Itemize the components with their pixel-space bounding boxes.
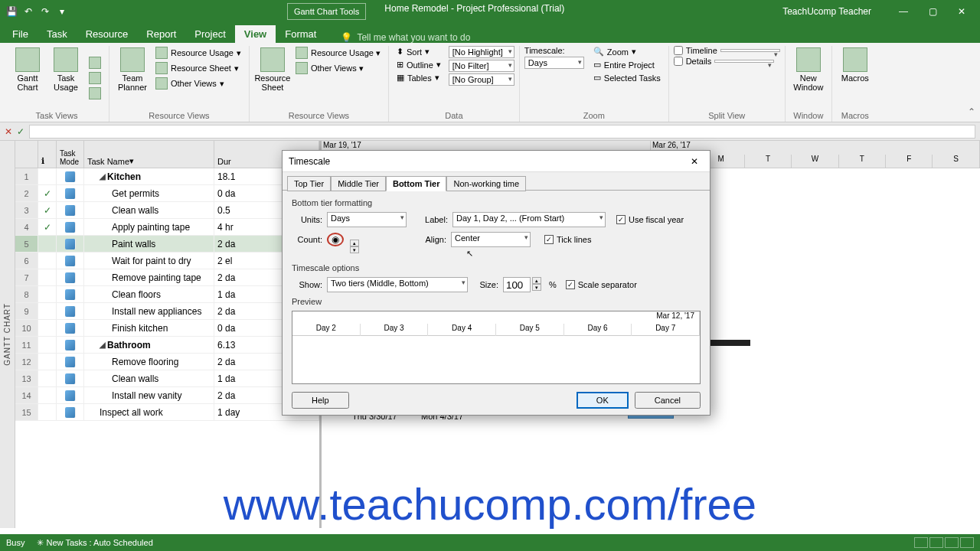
other-views-button[interactable]: Other Views ▾ <box>152 77 244 90</box>
status-bar: Busy ✳ New Tasks : Auto Scheduled <box>0 534 980 551</box>
qat-dropdown-icon[interactable]: ▾ <box>55 5 69 18</box>
scalesep-checkbox[interactable]: ✓ <box>566 280 575 289</box>
table-row[interactable]: 2✓Get permits0 da <box>15 185 319 202</box>
team-planner-button[interactable]: Team Planner <box>114 46 151 109</box>
tables-button[interactable]: ▦ Tables ▾ <box>394 72 444 83</box>
align-dropdown[interactable]: Center <box>451 232 531 247</box>
dialog-title: Timescale <box>289 156 685 167</box>
other-views-small[interactable]: Other Views ▾ <box>292 61 384 75</box>
undo-icon[interactable]: ↶ <box>21 5 35 18</box>
count-up-icon[interactable]: ▴ <box>350 240 359 246</box>
table-row[interactable]: 14Install new vanity2 da <box>15 387 319 404</box>
units-label: Units: <box>292 215 322 224</box>
cancel-entry-icon[interactable]: ✕ <box>5 126 12 137</box>
timeline-dropdown[interactable] <box>720 49 780 52</box>
view-shortcut-icon[interactable] <box>929 537 943 548</box>
label-dropdown[interactable]: Day 1, Day 2, ... (From Start) <box>452 212 606 227</box>
dialog-close-icon[interactable]: ✕ <box>685 156 704 167</box>
count-label: Count: <box>292 235 322 244</box>
fiscal-checkbox[interactable]: ✓ <box>616 215 626 224</box>
help-button[interactable]: Help <box>292 392 349 409</box>
cancel-button[interactable]: Cancel <box>635 392 701 409</box>
gantt-chart-button[interactable]: Gantt Chart <box>9 46 46 109</box>
restore-button[interactable]: ▢ <box>919 2 946 21</box>
table-row[interactable]: 13Clean walls1 da <box>15 370 319 387</box>
resource-usage-small[interactable]: Resource Usage ▾ <box>292 46 384 60</box>
new-window-button[interactable]: New Window <box>790 46 827 109</box>
titlebar: 💾 ↶ ↷ ▾ Gantt Chart Tools Home Remodel -… <box>0 0 980 23</box>
minimize-button[interactable]: — <box>890 2 917 21</box>
table-row[interactable]: 11◢Bathroom6.13 <box>15 337 319 354</box>
tab-file[interactable]: File <box>3 25 38 43</box>
view-shortcut-icon[interactable] <box>960 537 974 548</box>
resource-sheet-button[interactable]: Resource Sheet ▾ <box>152 61 244 75</box>
entry-input[interactable] <box>29 125 975 139</box>
macros-button[interactable]: Macros <box>837 46 874 109</box>
zoom-button[interactable]: 🔍 Zoom ▾ <box>590 46 664 57</box>
calendar-icon[interactable] <box>86 71 104 85</box>
resource-usage-button[interactable]: Resource Usage ▾ <box>152 46 244 60</box>
other-task-views-icon[interactable] <box>86 86 104 100</box>
table-row[interactable]: 9Install new appliances2 da <box>15 303 319 320</box>
view-shortcut-icon[interactable] <box>945 537 959 548</box>
collapse-ribbon-icon[interactable]: ⌃ <box>968 106 975 117</box>
save-icon[interactable]: 💾 <box>5 5 18 18</box>
network-diagram-icon[interactable] <box>86 56 104 70</box>
tab-nonworking[interactable]: Non-working time <box>446 176 526 191</box>
group-dropdown[interactable]: [No Group] <box>449 73 514 86</box>
filter-dropdown[interactable]: [No Filter] <box>449 60 514 72</box>
view-side-tab[interactable]: GANTT CHART <box>0 141 15 528</box>
tab-format[interactable]: Format <box>276 25 325 43</box>
details-dropdown[interactable] <box>714 60 774 63</box>
entire-project-button[interactable]: ▭ Entire Project <box>590 59 664 70</box>
tab-report[interactable]: Report <box>137 25 185 43</box>
close-button[interactable]: ✕ <box>948 2 975 21</box>
table-row[interactable]: 4✓Apply painting tape4 hr <box>15 219 319 236</box>
tab-resource[interactable]: Resource <box>77 25 138 43</box>
task-usage-button[interactable]: Task Usage <box>47 46 84 109</box>
tell-me-search[interactable]: 💡 Tell me what you want to do <box>341 32 470 43</box>
table-row[interactable]: 12Remove flooring2 da <box>15 354 319 370</box>
table-row[interactable]: 8Clean floors1 da <box>15 286 319 303</box>
tab-middle-tier[interactable]: Middle Tier <box>331 176 386 191</box>
highlight-dropdown[interactable]: [No Highlight] <box>449 46 514 58</box>
ok-button[interactable]: OK <box>577 392 629 409</box>
size-up-icon[interactable]: ▴ <box>532 277 541 284</box>
accept-entry-icon[interactable]: ✓ <box>17 126 24 137</box>
group-label: Resource Views <box>254 109 384 122</box>
timescale-dropdown[interactable]: Days <box>524 57 584 69</box>
size-down-icon[interactable]: ▾ <box>532 284 541 291</box>
tab-top-tier[interactable]: Top Tier <box>287 176 331 191</box>
resource-sheet-big-button[interactable]: Resource Sheet <box>254 46 291 109</box>
show-dropdown[interactable]: Two tiers (Middle, Bottom) <box>327 277 468 292</box>
table-row[interactable]: 5Paint walls2 da <box>15 236 319 253</box>
tab-bottom-tier[interactable]: Bottom Tier <box>386 176 447 191</box>
tab-project[interactable]: Project <box>185 25 234 43</box>
mode-column-header[interactable]: Task Mode <box>57 141 84 168</box>
table-row[interactable]: 15Inspect all work1 day <box>15 404 319 421</box>
selected-tasks-button[interactable]: ▭ Selected Tasks <box>590 72 664 83</box>
count-down-icon[interactable]: ▾ <box>350 246 359 253</box>
outline-button[interactable]: ⊞ Outline ▾ <box>394 59 444 70</box>
units-dropdown[interactable]: Days <box>327 212 407 227</box>
timeline-checkbox[interactable] <box>674 46 683 55</box>
redo-icon[interactable]: ↷ <box>38 5 52 18</box>
size-spinner[interactable] <box>503 277 531 292</box>
ribbon-tabs: File Task Resource Report Project View F… <box>0 23 980 43</box>
view-shortcut-icon[interactable] <box>914 537 928 548</box>
size-label: Size: <box>477 280 498 289</box>
info-column-header[interactable]: ℹ <box>38 141 57 168</box>
sort-button[interactable]: ⬍ Sort ▾ <box>394 46 444 57</box>
tab-task[interactable]: Task <box>38 25 77 43</box>
group-label: Zoom <box>524 109 664 122</box>
tick-checkbox[interactable]: ✓ <box>544 235 554 244</box>
tab-view[interactable]: View <box>235 25 276 43</box>
table-row[interactable]: 7Remove painting tape2 da <box>15 269 319 286</box>
details-checkbox[interactable] <box>674 57 683 66</box>
name-column-header[interactable]: Task Name ▾ <box>84 141 214 168</box>
table-row[interactable]: 10Finish kitchen0 da <box>15 320 319 337</box>
table-row[interactable]: 1◢Kitchen18.1 <box>15 168 319 185</box>
timescale-dialog: Timescale ✕ Top Tier Middle Tier Bottom … <box>282 150 710 416</box>
table-row[interactable]: 3✓Clean walls0.5 <box>15 202 319 219</box>
table-row[interactable]: 6Wait for paint to dry2 el <box>15 253 319 269</box>
